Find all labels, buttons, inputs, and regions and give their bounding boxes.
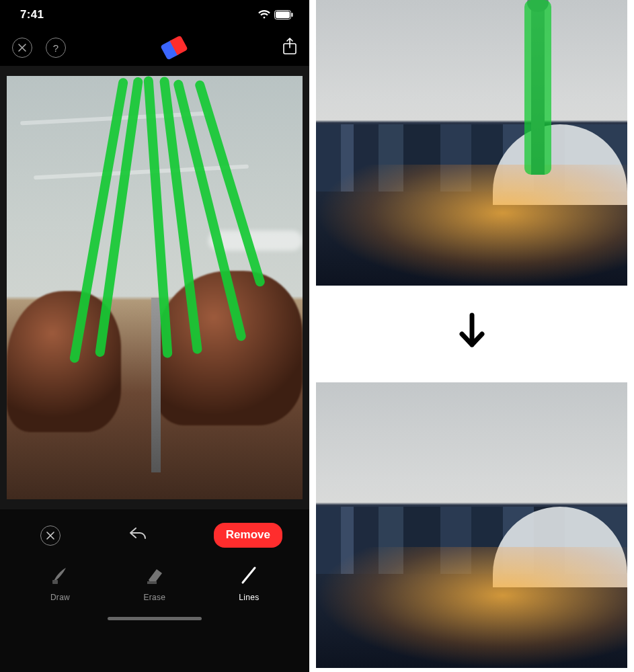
battery-icon bbox=[274, 10, 293, 19]
comparison-after-image bbox=[316, 382, 627, 668]
remove-button[interactable]: Remove bbox=[214, 523, 282, 548]
line-icon bbox=[239, 565, 259, 587]
svg-rect-2 bbox=[292, 13, 293, 17]
editor-canvas-area bbox=[0, 66, 309, 509]
status-time: 7:41 bbox=[20, 8, 44, 22]
editor-canvas[interactable] bbox=[7, 76, 303, 499]
svg-rect-4 bbox=[52, 580, 58, 584]
tool-draw[interactable]: Draw bbox=[50, 565, 70, 602]
top-toolbar: ? bbox=[0, 30, 309, 66]
tool-label: Erase bbox=[143, 593, 165, 602]
power-tower bbox=[151, 298, 161, 472]
undo-button[interactable] bbox=[128, 527, 147, 544]
wifi-icon bbox=[258, 10, 270, 19]
bottom-toolbar: Remove Draw Erase Lines bbox=[0, 509, 309, 672]
arrow-down-icon bbox=[457, 312, 487, 355]
tool-erase[interactable]: Erase bbox=[143, 565, 165, 602]
share-button[interactable] bbox=[282, 38, 297, 58]
phone-screenshot: 7:41 ? bbox=[0, 0, 309, 672]
tool-tabs: Draw Erase Lines bbox=[0, 558, 309, 602]
help-icon: ? bbox=[53, 42, 58, 54]
svg-rect-1 bbox=[276, 11, 290, 18]
help-button[interactable]: ? bbox=[46, 38, 66, 58]
home-indicator bbox=[108, 617, 202, 620]
brush-icon bbox=[50, 565, 70, 587]
eraser-icon bbox=[145, 565, 165, 587]
tool-label: Draw bbox=[50, 593, 70, 602]
eraser-tool-icon[interactable] bbox=[160, 35, 188, 60]
svg-rect-5 bbox=[147, 581, 157, 584]
comparison-panel bbox=[309, 0, 634, 672]
tool-lines[interactable]: Lines bbox=[239, 565, 259, 602]
clear-button[interactable] bbox=[40, 526, 61, 546]
comparison-before-image bbox=[316, 0, 627, 286]
status-indicators bbox=[258, 10, 293, 19]
tool-label: Lines bbox=[239, 593, 259, 602]
selection-stroke bbox=[524, 0, 551, 175]
close-button[interactable] bbox=[12, 38, 32, 58]
status-bar: 7:41 bbox=[0, 0, 309, 30]
